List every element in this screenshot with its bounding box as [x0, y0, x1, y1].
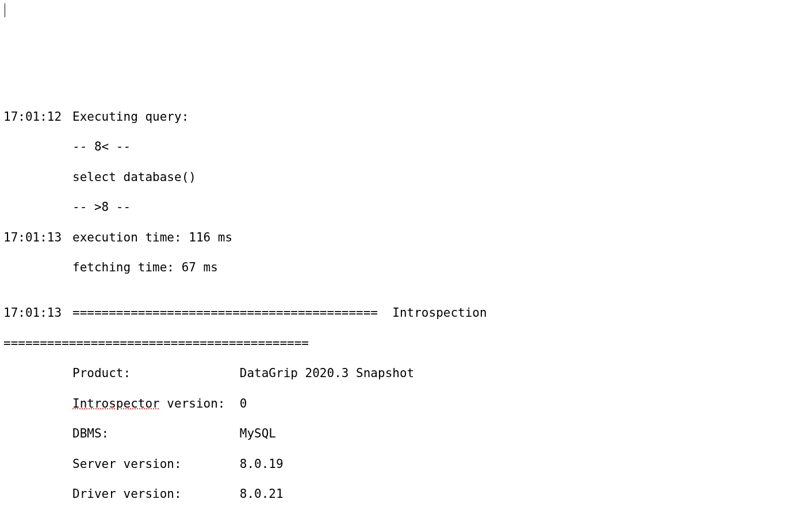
log-text: DBMS: MySQL [72, 426, 809, 441]
log-text: Executing query: [72, 109, 809, 124]
log-line: -- >8 -- [3, 199, 809, 214]
log-line: select database() [3, 170, 809, 185]
log-line: fetching time: 67 ms [3, 260, 809, 275]
log-output[interactable]: 17:01:12Executing query: -- 8< -- select… [3, 94, 809, 523]
log-text: -- 8< -- [72, 139, 809, 154]
log-text: ========================================… [72, 305, 809, 320]
server-value: 8.0.19 [240, 457, 284, 471]
log-text: Server version: 8.0.19 [72, 456, 809, 471]
timestamp: 17:01:13 [3, 305, 72, 320]
introspector-value: 0 [240, 397, 247, 410]
text-cursor [5, 3, 5, 17]
driver-label: Driver version: [72, 487, 240, 501]
log-text: fetching time: 67 ms [72, 260, 809, 275]
driver-value: 8.0.21 [240, 487, 284, 501]
introspection-divider: 17:01:13================================… [3, 305, 809, 320]
dbms-line: DBMS: MySQL [3, 426, 809, 441]
timestamp: 17:01:13 [3, 230, 72, 245]
log-text: execution time: 116 ms [72, 230, 809, 245]
log-text: Driver version: 8.0.21 [72, 486, 809, 501]
log-text: Introspector version: 0 [72, 396, 809, 411]
log-line: -- 8< -- [3, 139, 809, 154]
dbms-value: MySQL [240, 427, 276, 440]
introspector-line: Introspector version: 0 [3, 396, 809, 411]
timestamp: 17:01:12 [3, 109, 72, 124]
spell-word: Introspector [72, 397, 160, 410]
product-line: Product: DataGrip 2020.3 Snapshot [3, 366, 809, 381]
server-line: Server version: 8.0.19 [3, 456, 809, 471]
log-text: Product: DataGrip 2020.3 Snapshot [72, 366, 809, 381]
server-label: Server version: [72, 457, 240, 471]
log-line: 17:01:13execution time: 116 ms [3, 230, 809, 245]
product-label: Product: [72, 366, 240, 380]
driver-line: Driver version: 8.0.21 [3, 486, 809, 501]
log-text: select database() [72, 170, 809, 185]
introspection-divider-bottom: ========================================… [3, 336, 809, 351]
product-value: DataGrip 2020.3 Snapshot [240, 366, 414, 380]
introspector-label: Introspector version: 0 [72, 397, 247, 410]
log-text: -- >8 -- [72, 199, 809, 214]
dbms-label: DBMS: [72, 427, 240, 440]
log-line: 17:01:12Executing query: [3, 109, 809, 124]
